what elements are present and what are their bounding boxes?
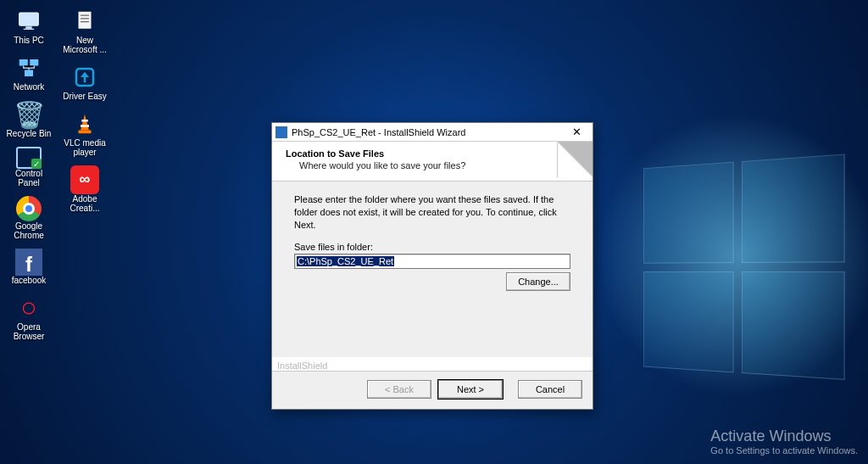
svg-rect-9 (81, 21, 89, 22)
windows-logo-background (643, 154, 854, 390)
desktop-icon-label: Control Panel (5, 169, 53, 187)
desktop-icon-recycle-bin[interactable]: 🗑️ Recycle Bin (5, 100, 53, 138)
desktop-icon-control-panel[interactable]: Control Panel (5, 147, 53, 187)
svg-rect-1 (25, 26, 32, 29)
folder-path-value: C:\PhSp_CS2_UE_Ret (297, 256, 394, 266)
svg-rect-0 (19, 13, 39, 25)
svg-rect-13 (79, 131, 92, 134)
svg-rect-4 (30, 59, 38, 66)
close-icon: ✕ (572, 126, 581, 138)
dialog-title: PhSp_CS2_UE_Ret - InstallShield Wizard (292, 127, 562, 137)
desktop-icon-label: Adobe Creati... (61, 194, 108, 213)
svg-rect-2 (24, 29, 35, 30)
desktop-icon-driver-easy[interactable]: Driver Easy (61, 63, 108, 101)
desktop-icon-label: Opera Browser (5, 322, 53, 341)
adobe-icon: ∞ (70, 165, 99, 194)
computer-icon (12, 7, 46, 36)
desktop-icon-this-pc[interactable]: This PC (5, 7, 53, 45)
app-icon (275, 126, 287, 138)
svg-rect-11 (81, 120, 88, 122)
watermark-subtitle: Go to Settings to activate Windows. (710, 445, 858, 456)
desktop-icon-label: Network (14, 82, 45, 92)
facebook-icon: f (15, 249, 42, 276)
page-curl-decoration (557, 142, 593, 177)
desktop-icon-vlc[interactable]: VLC media player (61, 109, 108, 157)
vlc-icon (68, 109, 102, 138)
desktop-icon-facebook[interactable]: f facebook (5, 249, 53, 285)
dialog-subheading: Where would you like to save your files? (286, 160, 579, 171)
close-button[interactable]: ✕ (562, 124, 591, 141)
desktop-icon-label: facebook (12, 276, 47, 285)
chrome-icon (16, 196, 42, 221)
desktop-icon-chrome[interactable]: Google Chrome (5, 196, 53, 240)
dialog-body: Please enter the folder where you want t… (272, 182, 593, 357)
dialog-footer: < Back Next > Cancel (272, 371, 593, 409)
change-button[interactable]: Change... (506, 272, 570, 291)
desktop-icon-label: Google Chrome (5, 221, 53, 240)
instruction-text: Please enter the folder where you want t… (294, 193, 570, 232)
dialog-heading: Location to Save Files (286, 148, 579, 159)
network-icon (12, 53, 46, 82)
document-icon (68, 7, 102, 36)
back-button[interactable]: < Back (367, 380, 431, 399)
folder-label: Save files in folder: (294, 242, 570, 252)
desktop-icons: This PC Network 🗑️ Recycle Bin Control P… (5, 7, 108, 341)
opera-icon: ○ (12, 293, 46, 322)
installshield-dialog: PhSp_CS2_UE_Ret - InstallShield Wizard ✕… (271, 122, 593, 410)
svg-rect-6 (79, 12, 92, 29)
cancel-button[interactable]: Cancel (518, 380, 582, 399)
activation-watermark: Activate Windows Go to Settings to activ… (710, 428, 858, 456)
desktop-icon-label: New Microsoft ... (61, 36, 108, 54)
driver-easy-icon (68, 63, 102, 92)
recycle-bin-icon: 🗑️ (12, 100, 46, 129)
next-button[interactable]: Next > (438, 380, 503, 399)
desktop-icon-label: This PC (14, 36, 44, 45)
folder-path-input[interactable]: C:\PhSp_CS2_UE_Ret (294, 254, 570, 269)
desktop-icon-label: Recycle Bin (7, 129, 52, 138)
desktop-icon-label: Driver Easy (63, 92, 107, 101)
desktop-icon-opera[interactable]: ○ Opera Browser (5, 293, 53, 341)
desktop-icon-network[interactable]: Network (5, 53, 53, 92)
desktop-icon-new-microsoft[interactable]: New Microsoft ... (61, 7, 108, 54)
svg-rect-7 (81, 15, 89, 16)
dialog-titlebar[interactable]: PhSp_CS2_UE_Ret - InstallShield Wizard ✕ (272, 123, 593, 142)
watermark-title: Activate Windows (710, 428, 858, 445)
svg-rect-12 (81, 125, 89, 127)
installshield-brand: InstallShield (272, 357, 593, 371)
control-panel-icon (16, 147, 42, 169)
desktop-icon-adobe[interactable]: ∞ Adobe Creati... (61, 165, 108, 213)
svg-rect-5 (25, 70, 33, 77)
desktop-icon-label: VLC media player (61, 138, 108, 157)
svg-rect-3 (19, 59, 28, 66)
dialog-header: Location to Save Files Where would you l… (272, 142, 593, 182)
svg-rect-8 (81, 18, 89, 19)
